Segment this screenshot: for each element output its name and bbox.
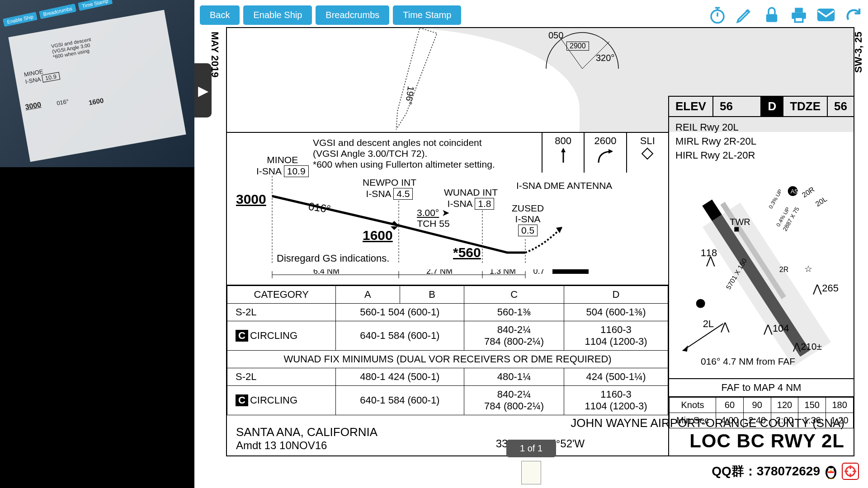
physical-device-overlay: Enable Ship Breadcrumbs Time Stamp MINOE…: [0, 0, 194, 167]
svg-text:TWR: TWR: [730, 217, 750, 227]
svg-text:6.4 NM: 6.4 NM: [313, 269, 340, 276]
mini-chart-preview: MINOE I-SNA 10.9 3000 016° 1600 VGSI and…: [8, 10, 186, 162]
svg-text:104: 104: [773, 323, 789, 334]
svg-text:20L: 20L: [814, 195, 829, 208]
airport-diagram-panel: ELEV 56 D TDZE 56 REIL Rwy 20L MIRL Rwy …: [668, 96, 854, 455]
svg-marker-17: [556, 227, 562, 233]
page-thumbnail[interactable]: [521, 461, 541, 484]
mini-breadcrumbs: Breadcrumbs: [39, 4, 76, 19]
svg-text:0.7: 0.7: [533, 269, 544, 276]
svg-text:⋀: ⋀: [763, 323, 773, 335]
target-icon: [842, 463, 859, 480]
mini-enable-ship: Enable Ship: [3, 12, 38, 27]
svg-text:2R: 2R: [779, 266, 788, 273]
rotate-icon[interactable]: [844, 5, 863, 24]
minimums-table: CATEGORYABCD S-2L560-1 504 (600-1)560-1⅜…: [227, 286, 668, 415]
pencil-icon[interactable]: [735, 5, 754, 24]
enable-ship-button[interactable]: Enable Ship: [243, 5, 312, 25]
svg-text:⋀: ⋀: [812, 282, 822, 295]
svg-rect-25: [552, 269, 589, 274]
svg-text:⋀: ⋀: [706, 254, 715, 267]
svg-marker-6: [387, 28, 437, 132]
svg-rect-3: [795, 8, 803, 13]
printer-icon[interactable]: [789, 5, 808, 24]
svg-rect-4: [795, 17, 803, 22]
svg-rect-40: [734, 227, 739, 232]
svg-text:20R: 20R: [801, 186, 816, 199]
page-indicator: 1 of 1: [506, 440, 556, 457]
svg-text:☆: ☆: [804, 264, 812, 274]
svg-point-60: [830, 470, 832, 471]
expand-panel-tab[interactable]: ▶: [194, 63, 212, 117]
svg-point-58: [828, 468, 830, 470]
svg-rect-61: [828, 471, 834, 473]
breadcrumbs-button[interactable]: Breadcrumbs: [316, 5, 389, 25]
svg-text:⋀: ⋀: [720, 321, 730, 333]
svg-text:1.3 NM: 1.3 NM: [490, 269, 516, 276]
svg-text:265: 265: [822, 282, 839, 294]
main-panel: Back Enable Ship Breadcrumbs Time Stamp …: [194, 0, 868, 488]
svg-text:A5: A5: [791, 188, 798, 195]
approach-chart[interactable]: 196° 050 320° 2900 800 2600 SLI VGSI and…: [226, 27, 854, 456]
svg-text:2L: 2L: [703, 319, 714, 330]
svg-marker-55: [683, 346, 688, 352]
mail-icon[interactable]: [816, 5, 835, 24]
svg-rect-1: [766, 14, 778, 22]
svg-rect-5: [818, 9, 834, 21]
inbound-course-label: 196°: [404, 85, 416, 105]
watermark: QQ群：378072629: [712, 463, 859, 480]
msa-circle: 050 320° 2900: [542, 28, 623, 75]
svg-text:0.3% UP: 0.3% UP: [767, 188, 783, 210]
time-stamp-button[interactable]: Time Stamp: [393, 5, 461, 25]
profile-view: VGSI and descent angles not coincident (…: [227, 132, 668, 286]
airport-diagram: 118⋀ ⋀265 ⋀104 TWR A5 2L 2R 20R 20L 5701…: [669, 166, 854, 378]
stopwatch-icon[interactable]: [708, 5, 727, 24]
toolbar: Back Enable Ship Breadcrumbs Time Stamp: [200, 4, 863, 26]
svg-point-43: [696, 299, 705, 308]
qq-penguin-icon: [824, 463, 838, 480]
back-button[interactable]: Back: [200, 5, 240, 25]
mini-timestamp: Time Stamp: [78, 0, 113, 11]
lock-icon[interactable]: [762, 5, 781, 24]
svg-text:2.7 NM: 2.7 NM: [426, 269, 453, 276]
svg-point-59: [832, 468, 834, 470]
